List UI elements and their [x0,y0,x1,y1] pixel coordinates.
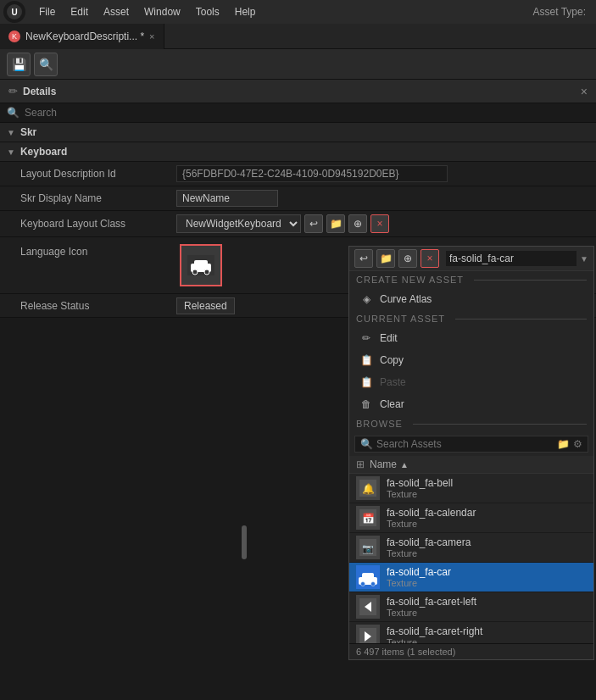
asset-name-car: fa-solid_fa-car [387,566,587,578]
asset-icon-camera: 📷 [356,536,380,559]
asset-type-caret-left: Texture [387,608,587,618]
asset-type-label: Asset Type: [533,6,593,18]
keyboard-layout-class-value: NewWidgetKeyboard ↩ 📁 ⊕ × [170,211,596,236]
svg-rect-4 [194,260,208,267]
asset-icon-caret-right [356,625,380,643]
clear-item[interactable]: 🗑 Clear [349,393,593,415]
language-icon-preview [180,244,222,286]
menu-file[interactable]: File [32,4,62,19]
keyboard-layout-class-label: Keyboard Layout Class [0,214,170,233]
language-icon-label: Language Icon [0,237,170,261]
layout-description-id-label: Layout Description Id [0,164,170,183]
copy-item[interactable]: 📋 Copy [349,349,593,371]
use-selected-button[interactable]: 📁 [326,214,345,233]
asset-item-bell[interactable]: 🔔 fa-solid_fa-bell Texture [349,474,593,503]
menu-tools[interactable]: Tools [189,4,226,19]
asset-list: 🔔 fa-solid_fa-bell Texture 📅 fa-solid_fa… [349,474,593,643]
browse-folder-icon[interactable]: 📁 [557,438,570,450]
keyboard-section-header[interactable]: ▼ Keyboard [0,142,596,162]
menu-window[interactable]: Window [137,4,187,19]
dropdown-close-button[interactable]: × [421,249,439,268]
main-tab[interactable]: K NewKeyboardDescripti... * × [0,24,164,49]
keyboard-class-controls: NewWidgetKeyboard ↩ 📁 ⊕ × [176,214,589,233]
copy-icon: 📋 [359,353,373,367]
layout-description-id-input[interactable] [176,165,448,182]
skr-section-label: Skr [20,126,36,138]
browse-search-input[interactable] [376,438,554,450]
sort-arrow-icon: ▲ [400,460,409,469]
asset-type-camera: Texture [387,548,587,558]
clear-label: Clear [380,398,404,410]
keyboard-class-dropdown[interactable]: NewWidgetKeyboard [176,214,301,233]
panel-close-button[interactable]: × [581,85,588,98]
menu-help[interactable]: Help [228,4,263,19]
content-browser-button[interactable]: 🔍 [34,53,58,76]
asset-count-label: 6 497 items (1 selected) [356,647,455,657]
skr-display-name-label: Skr Display Name [0,189,170,208]
browse-settings-icon[interactable]: ⚙ [573,438,582,450]
details-icon: ✏ [8,85,18,97]
release-status-label: Release Status [0,297,170,315]
asset-item-car[interactable]: fa-solid_fa-car Texture [349,563,593,592]
edit-icon: ✏ [359,331,373,345]
save-button[interactable]: 💾 [7,53,31,76]
asset-status-bar: 6 497 items (1 selected) [349,643,593,659]
ue-logo[interactable]: U [3,1,25,23]
menu-edit[interactable]: Edit [64,4,95,19]
skr-display-name-row: Skr Display Name [0,186,596,211]
asset-item-camera[interactable]: 📷 fa-solid_fa-camera Texture [349,533,593,563]
tab-icon: K [8,31,20,42]
dropdown-add-new-button[interactable]: ⊕ [398,249,417,268]
browse-search-icon: 🔍 [360,438,373,450]
asset-name-caret-left: fa-solid_fa-caret-left [387,596,587,608]
copy-label: Copy [380,354,404,366]
clear-button[interactable]: × [370,214,389,233]
clear-icon: 🗑 [359,397,373,411]
dropdown-selected-value: fa-solid_fa-car [446,251,577,266]
paste-item[interactable]: 📋 Paste [349,371,593,393]
dropdown-arrow-icon[interactable]: ▼ [580,254,588,264]
asset-list-icon: ⊞ [356,458,365,470]
svg-text:🔔: 🔔 [362,482,375,495]
asset-list-name-header[interactable]: Name ▲ [370,458,409,470]
svg-text:U: U [11,8,17,17]
search-icon: 🔍 [7,107,19,119]
curve-atlas-item[interactable]: ◈ Curve Atlas [349,288,593,310]
add-button[interactable]: ⊕ [348,214,367,233]
skr-display-name-value [170,186,596,210]
svg-point-16 [361,582,365,586]
svg-text:📅: 📅 [362,512,375,525]
dropdown-back-button[interactable]: ↩ [354,249,373,268]
keyboard-layout-class-row: Keyboard Layout Class NewWidgetKeyboard … [0,211,596,237]
asset-info-car: fa-solid_fa-car Texture [387,566,587,588]
svg-point-6 [204,269,209,275]
dropdown-folder-button[interactable]: 📁 [376,249,395,268]
asset-item-caret-right[interactable]: fa-solid_fa-caret-right Texture [349,622,593,643]
svg-point-5 [192,269,198,275]
paste-label: Paste [380,376,406,388]
asset-item-calendar[interactable]: 📅 fa-solid_fa-calendar Texture [349,503,593,533]
asset-icon-car [356,565,380,589]
asset-info-bell: fa-solid_fa-bell Texture [387,477,587,499]
details-search-input[interactable] [25,107,194,119]
reset-to-default-button[interactable]: ↩ [304,214,323,233]
skr-section-header[interactable]: ▼ Skr [0,123,596,142]
current-asset-section: CURRENT ASSET [349,310,593,327]
asset-name-calendar: fa-solid_fa-calendar [387,507,587,519]
toolbar: 💾 🔍 [0,49,596,80]
paste-icon: 📋 [359,375,373,389]
edit-item[interactable]: ✏ Edit [349,327,593,349]
panel-title: Details [23,86,56,97]
svg-rect-15 [362,573,374,580]
details-panel-header: ✏ Details × [0,80,596,103]
curve-atlas-icon: ◈ [359,292,373,306]
tab-close-button[interactable]: × [149,31,154,42]
curve-atlas-label: Curve Atlas [380,293,432,305]
asset-icon-calendar: 📅 [356,506,380,530]
asset-name-camera: fa-solid_fa-camera [387,536,587,548]
skr-display-name-input[interactable] [176,190,278,207]
menu-asset[interactable]: Asset [97,4,136,19]
asset-item-caret-left[interactable]: fa-solid_fa-caret-left Texture [349,592,593,622]
asset-info-camera: fa-solid_fa-camera Texture [387,536,587,558]
scrollbar[interactable] [241,475,248,627]
